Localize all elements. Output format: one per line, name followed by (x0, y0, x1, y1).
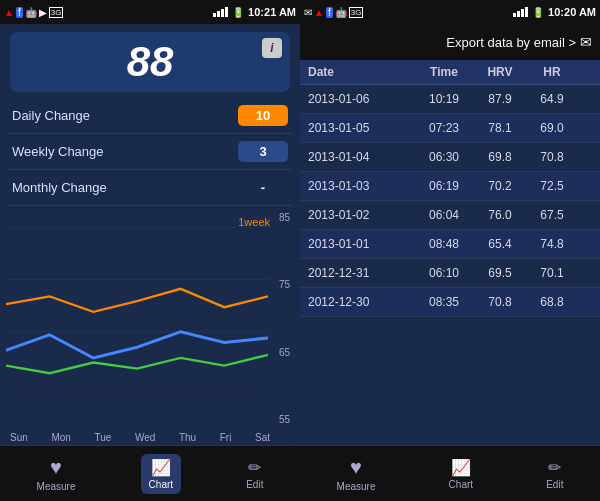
chart-x-labels: Sun Mon Tue Wed Thu Fri Sat (10, 432, 270, 443)
edit-icon-left: ✏ (248, 458, 261, 477)
info-button[interactable]: i (262, 38, 282, 58)
nav-measure-label-left: Measure (37, 481, 76, 492)
x-label-fri: Fri (220, 432, 232, 443)
cell-3-0: 2013-01-03 (304, 179, 414, 193)
cell-6-0: 2012-12-31 (304, 266, 414, 280)
nav-edit-label-right: Edit (546, 479, 563, 490)
stats-section: Daily Change 10 Weekly Change 3 Monthly … (0, 98, 300, 206)
export-bar[interactable]: Export data by email > ✉ (300, 24, 600, 60)
nav-measure-left[interactable]: ♥ Measure (29, 452, 84, 496)
cell-5-1: 08:48 (414, 237, 474, 251)
email-icon: ✉ (304, 7, 312, 18)
monthly-change-label: Monthly Change (12, 180, 107, 195)
bottom-nav-left: ♥ Measure 📈 Chart ✏ Edit (0, 445, 300, 501)
col-header-hrv: HRV (474, 65, 526, 79)
table-row: 2013-01-0507:2378.169.0 (300, 114, 600, 143)
chart-icon-left: 📈 (151, 458, 171, 477)
alert-icon-right: ▲ (314, 7, 324, 18)
signal-bars-left (213, 7, 228, 17)
data-table: Date Time HRV HR 2013-01-0610:1987.964.9… (300, 60, 600, 445)
stat-row-weekly: Weekly Change 3 (8, 134, 292, 170)
status-bar-left: ▲ f 🤖 ▶ 3G 🔋 10:21 AM (0, 0, 300, 24)
nav-chart-right[interactable]: 📈 Chart (441, 454, 481, 494)
cell-2-3: 70.8 (526, 150, 578, 164)
table-row: 2013-01-0406:3069.870.8 (300, 143, 600, 172)
y-label-75: 75 (279, 279, 290, 290)
nav-measure-right[interactable]: ♥ Measure (329, 452, 384, 496)
stat-row-monthly: Monthly Change - (8, 170, 292, 206)
cell-3-2: 70.2 (474, 179, 526, 193)
y-label-65: 65 (279, 347, 290, 358)
cell-5-3: 74.8 (526, 237, 578, 251)
table-row: 2012-12-3008:3570.868.8 (300, 288, 600, 317)
left-panel: ▲ f 🤖 ▶ 3G 🔋 10:21 AM 88 i Daily Change … (0, 0, 300, 501)
cell-7-2: 70.8 (474, 295, 526, 309)
cell-7-1: 08:35 (414, 295, 474, 309)
cell-4-0: 2013-01-02 (304, 208, 414, 222)
edit-icon-right: ✏ (548, 458, 561, 477)
table-row: 2013-01-0306:1970.272.5 (300, 172, 600, 201)
cell-0-3: 64.9 (526, 92, 578, 106)
android-icon-right: 🤖 (335, 7, 347, 18)
nav-edit-right[interactable]: ✏ Edit (538, 454, 571, 494)
export-label: Export data by email > (446, 35, 576, 50)
cell-4-1: 06:04 (414, 208, 474, 222)
status-bar-right: ✉ ▲ f 🤖 3G 🔋 10:20 AM (300, 0, 600, 24)
play-icon: ▶ (39, 7, 47, 18)
status-time-left: 10:21 AM (248, 6, 296, 18)
x-label-tue: Tue (94, 432, 111, 443)
hrv-score: 88 (127, 38, 174, 85)
stat-row-daily: Daily Change 10 (8, 98, 292, 134)
weekly-change-value: 3 (238, 141, 288, 162)
right-panel: ✉ ▲ f 🤖 3G 🔋 10:20 AM Export data by ema… (300, 0, 600, 501)
battery-icon-left: 🔋 (232, 7, 244, 18)
battery-icon-right: 🔋 (532, 7, 544, 18)
col-header-date: Date (304, 65, 414, 79)
status-time-right: 10:20 AM (548, 6, 596, 18)
cell-1-2: 78.1 (474, 121, 526, 135)
y-label-85: 85 (279, 212, 290, 223)
table-row: 2013-01-0108:4865.474.8 (300, 230, 600, 259)
cell-7-0: 2012-12-30 (304, 295, 414, 309)
col-header-hr: HR (526, 65, 578, 79)
cell-6-1: 06:10 (414, 266, 474, 280)
cell-6-3: 70.1 (526, 266, 578, 280)
status-icons-right: ✉ ▲ f 🤖 3G (304, 7, 363, 18)
nav-chart-label-left: Chart (149, 479, 173, 490)
nav-chart-left[interactable]: 📈 Chart (141, 454, 181, 494)
col-header-time: Time (414, 65, 474, 79)
fb-icon-right: f (326, 7, 333, 18)
fb-icon: f (16, 7, 23, 18)
cell-7-3: 68.8 (526, 295, 578, 309)
cell-0-2: 87.9 (474, 92, 526, 106)
monthly-change-value: - (238, 177, 288, 198)
heart-icon-left: ♥ (50, 456, 62, 479)
cell-1-3: 69.0 (526, 121, 578, 135)
hrv-score-box: 88 i (10, 32, 290, 92)
chart-svg (6, 212, 270, 427)
cell-4-3: 67.5 (526, 208, 578, 222)
heart-icon-right: ♥ (350, 456, 362, 479)
chart-area: 1week 85 75 65 55 Sun Mon Tue Wed Thu (6, 212, 294, 445)
table-row: 2013-01-0206:0476.067.5 (300, 201, 600, 230)
cell-3-1: 06:19 (414, 179, 474, 193)
signal-3g-icon-right: 3G (349, 7, 364, 18)
cell-1-0: 2013-01-05 (304, 121, 414, 135)
y-label-55: 55 (279, 414, 290, 425)
cell-5-2: 65.4 (474, 237, 526, 251)
x-label-mon: Mon (51, 432, 70, 443)
bottom-nav-right: ♥ Measure 📈 Chart ✏ Edit (300, 445, 600, 501)
cell-2-0: 2013-01-04 (304, 150, 414, 164)
nav-measure-label-right: Measure (337, 481, 376, 492)
nav-edit-label-left: Edit (246, 479, 263, 490)
cell-3-3: 72.5 (526, 179, 578, 193)
notification-icon: ▲ (4, 7, 14, 18)
cell-2-2: 69.8 (474, 150, 526, 164)
chart-y-labels: 85 75 65 55 (279, 212, 290, 425)
nav-edit-left[interactable]: ✏ Edit (238, 454, 271, 494)
email-export-icon: ✉ (580, 34, 592, 50)
cell-6-2: 69.5 (474, 266, 526, 280)
x-label-sat: Sat (255, 432, 270, 443)
table-row: 2012-12-3106:1069.570.1 (300, 259, 600, 288)
cell-0-1: 10:19 (414, 92, 474, 106)
